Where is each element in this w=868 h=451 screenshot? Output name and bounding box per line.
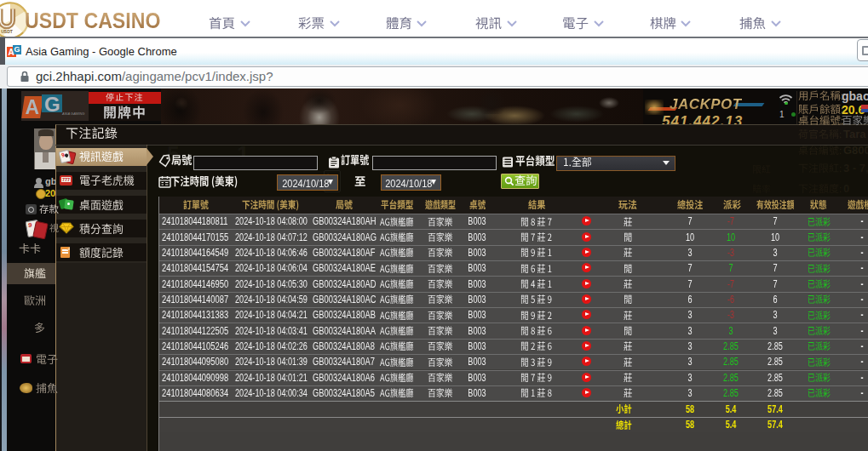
svg-text:USDT: USDT	[1, 29, 13, 34]
